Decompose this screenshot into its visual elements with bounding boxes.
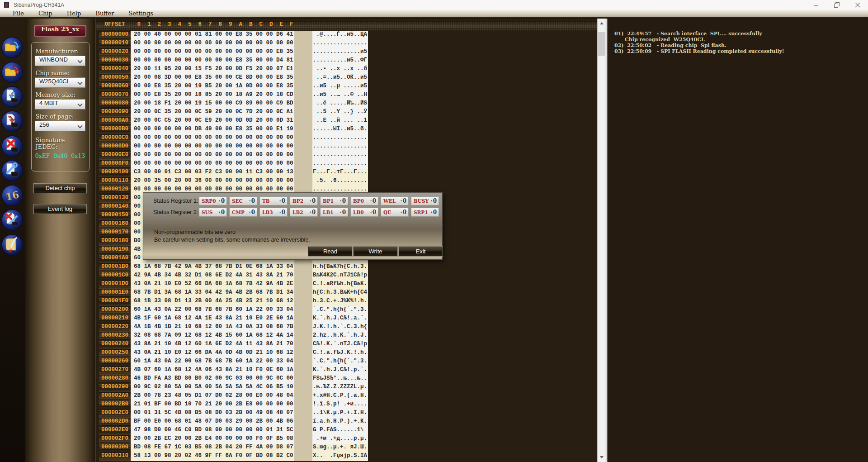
- row-hex-bytes[interactable]: 00 00 E8 35 20 00 18 85 20 00 18 A9 20 0…: [131, 91, 294, 100]
- row-ascii[interactable]: ................: [312, 40, 368, 48]
- row-ascii[interactable]: ..=..и5..ОЌ..и5: [312, 74, 368, 83]
- row-ascii[interactable]: ..ё .....Й‰..ЙЅ: [312, 100, 368, 109]
- detect-chip-button[interactable]: Detect chip: [33, 183, 87, 193]
- row-hex-bytes[interactable]: 20 00 08 3D 00 00 E8 35 00 00 CE 8D 00 0…: [131, 74, 294, 83]
- erase-chip-icon[interactable]: [1, 135, 23, 157]
- row-hex-bytes[interactable]: 20 00 0C C5 20 00 0C E9 20 00 0D 0D 20 0…: [131, 117, 294, 126]
- row-ascii[interactable]: .@....Ѓ..и5..ЦА: [312, 31, 368, 40]
- memory-size-select[interactable]: 4 MBIT: [35, 99, 85, 110]
- row-ascii[interactable]: ..........и5..ФЃ: [312, 57, 368, 66]
- bit-tb[interactable]: TB0: [259, 196, 288, 205]
- bit-lb1[interactable]: LB10: [320, 208, 348, 217]
- row-hex-bytes[interactable]: 00 00 00 00 00 00 00 00 00 00 00 00 00 0…: [131, 134, 294, 143]
- row-hex-bytes[interactable]: 68 1A 68 7B 42 9A 4B 37 68 7B D1 0E 68 1…: [131, 263, 294, 272]
- read-chip-icon[interactable]: [1, 86, 23, 108]
- minimize-button[interactable]: [806, 0, 826, 10]
- row-ascii[interactable]: K.`.h.J.CЉ!.а.`.: [312, 315, 368, 324]
- row-hex-bytes[interactable]: 68 7B D1 3A 68 1A 33 04 42 9A 4B 2B 68 7…: [131, 289, 294, 298]
- bit-lb3[interactable]: LB30: [259, 208, 288, 217]
- bit-cmp[interactable]: CMP0: [229, 208, 257, 217]
- chip-name-select[interactable]: W25Q40CL: [35, 77, 85, 88]
- row-hex-bytes[interactable]: 00 00 00 00 00 00 00 00 00 00 00 00 00 0…: [131, 40, 294, 48]
- menu-item-settings[interactable]: Settings: [121, 10, 160, 17]
- row-ascii[interactable]: G Р.FАЅ......1\: [312, 427, 368, 435]
- row-ascii[interactable]: ..• ..х ..х ..б: [312, 66, 368, 74]
- row-hex-bytes[interactable]: 00 9C 02 80 5A 00 5A 00 5A 5A 5A 5A 4C 0…: [131, 384, 294, 392]
- row-ascii[interactable]: ......ЫI..и5..б.: [312, 126, 368, 134]
- row-hex-bytes[interactable]: C3 00 00 01 C3 00 03 F2 C3 00 00 11 C3 0…: [131, 169, 294, 177]
- row-ascii[interactable]: !.ї.Ѕ.p! .+и....: [312, 401, 368, 410]
- row-ascii[interactable]: BљK4K2С.nТJ1CЉ!p: [312, 272, 368, 281]
- row-ascii[interactable]: C.!.аRfЪh.h{BљK.: [312, 281, 368, 289]
- hex-scrollbar[interactable]: [597, 19, 605, 462]
- row-hex-bytes[interactable]: 2B 00 78 23 48 05 D1 07 D0 02 28 00 E0 0…: [131, 392, 294, 401]
- row-ascii[interactable]: ..5 ..Y ..} ..Ў: [312, 109, 368, 117]
- row-ascii[interactable]: Ѕ.юg..µ.+. яJ.Ш.: [312, 444, 368, 452]
- bit-srp1[interactable]: SRP10: [411, 208, 439, 217]
- row-hex-bytes[interactable]: 43 0A 21 10 E0 12 66 DA 4A 0D 4B 0D 21 1…: [131, 349, 294, 358]
- row-ascii[interactable]: Г...Г..тГ...Г...: [312, 169, 368, 177]
- row-ascii[interactable]: ................: [312, 152, 368, 160]
- row-hex-bytes[interactable]: 20 00 0C 35 20 00 0C 59 20 00 0C 7D 20 0…: [131, 109, 294, 117]
- restore-button[interactable]: [826, 0, 847, 10]
- event-log-button[interactable]: Event log: [33, 204, 87, 214]
- row-hex-bytes[interactable]: 32 08 68 7A 09 12 68 12 4B 15 60 1A 68 1…: [131, 332, 294, 341]
- menu-item-chip[interactable]: Chip: [31, 10, 60, 17]
- row-hex-bytes[interactable]: 20 00 35 00 20 00 36 00 00 00 00 00 00 0…: [131, 177, 294, 186]
- row-hex-bytes[interactable]: 68 1B 33 08 D1 13 2B 00 4A 25 4B 25 21 1…: [131, 298, 294, 306]
- row-ascii[interactable]: ..и5 ..… ..© ..Н: [312, 91, 368, 100]
- row-ascii[interactable]: h.h{BљK7h{С.h.3.: [312, 263, 368, 272]
- row-ascii[interactable]: FЅъЈЅЂ°..њ...њ..: [312, 375, 368, 384]
- row-ascii[interactable]: J.K.!.h.`.C.3.h{: [312, 324, 368, 332]
- row-hex-bytes[interactable]: 20 00 40 00 00 00 01 81 00 00 E8 35 00 0…: [131, 31, 294, 40]
- row-ascii[interactable]: ..Е ..й ... ..1: [312, 117, 368, 126]
- row-hex-bytes[interactable]: 4B 07 60 1A 68 12 4A 06 43 8A 21 10 F0 0…: [131, 367, 294, 375]
- bit-sus[interactable]: SUS0: [199, 208, 227, 217]
- row-ascii[interactable]: X.. .Fџяjр.Ѕ.ІА: [312, 452, 368, 461]
- row-hex-bytes[interactable]: 60 1A 43 0A 22 00 68 7B 68 7B 60 1A 22 0…: [131, 358, 294, 367]
- row-hex-bytes[interactable]: BF 00 E0 00 68 01 48 07 D0 03 29 00 2B 0…: [131, 418, 294, 427]
- close-button[interactable]: [847, 0, 868, 10]
- row-ascii[interactable]: ..и5 ..µ .....и5: [312, 83, 368, 91]
- row-hex-bytes[interactable]: 00 01 31 5C 4B 08 B5 08 D0 03 2B 00 49 0…: [131, 410, 294, 418]
- row-hex-bytes[interactable]: 00 00 00 00 00 00 DB 49 00 00 E8 35 00 0…: [131, 126, 294, 134]
- bit-srp0[interactable]: SRP00: [199, 196, 227, 205]
- row-ascii[interactable]: ................: [312, 160, 368, 169]
- manufacturer-select[interactable]: WINBOND: [35, 56, 85, 66]
- row-ascii[interactable]: `.C.".h{h{`.".3.: [312, 306, 368, 315]
- row-hex-bytes[interactable]: 21 01 BF 00 BD 10 70 21 20 00 2B E8 00 0…: [131, 401, 294, 410]
- bit-bp1[interactable]: BP10: [320, 196, 348, 205]
- row-ascii[interactable]: ї.а.h.H.Р.).+.K.: [312, 418, 368, 427]
- bit-lb2[interactable]: LB20: [290, 208, 318, 217]
- row-hex-bytes[interactable]: 00 00 00 00 00 00 00 00 00 00 E8 35 00 0…: [131, 57, 294, 66]
- scroll-down-icon[interactable]: [598, 453, 605, 461]
- row-ascii[interactable]: ..1\K.µ.Р.+.I.H.: [312, 410, 368, 418]
- row-hex-bytes[interactable]: 43 8A 21 10 4B 12 60 1A 6E D2 4A 11 43 8…: [131, 341, 294, 349]
- edit-script-icon[interactable]: [1, 234, 23, 256]
- read-button[interactable]: Read: [308, 246, 353, 257]
- row-ascii[interactable]: `.C.".h{h{`.".3.: [312, 358, 368, 367]
- menu-item-buffer[interactable]: Buffer: [88, 10, 121, 17]
- row-ascii[interactable]: ..............и5: [312, 48, 368, 57]
- bit-bp2[interactable]: BP20: [290, 196, 318, 205]
- row-ascii[interactable]: ................: [312, 143, 368, 152]
- scroll-thumb[interactable]: [598, 32, 605, 56]
- row-ascii[interactable]: 2.hz..h.K.`.h.J.: [312, 332, 368, 341]
- menu-item-file[interactable]: File: [5, 10, 31, 17]
- row-hex-bytes[interactable]: 20 00 2B EC 20 00 2B E4 00 00 00 00 F0 0…: [131, 435, 294, 444]
- row-hex-bytes[interactable]: 43 0A 21 10 E0 52 66 DA 68 1A 68 7B 42 9…: [131, 281, 294, 289]
- row-hex-bytes[interactable]: 00 00 E8 35 20 00 19 B5 20 00 1A 0D 00 0…: [131, 83, 294, 91]
- save-file-icon[interactable]: [1, 62, 23, 83]
- row-hex-bytes[interactable]: 20 00 11 95 20 00 15 F5 20 00 0D F5 20 0…: [131, 66, 294, 74]
- scroll-up-icon[interactable]: [598, 19, 605, 27]
- row-hex-bytes[interactable]: 00 00 00 00 00 00 00 00 00 00 00 00 00 0…: [131, 48, 294, 57]
- row-ascii[interactable]: ................: [312, 134, 368, 143]
- row-ascii[interactable]: CЉ!.K.`.nТJ.CЉ!p: [312, 341, 368, 349]
- row-hex-bytes[interactable]: 42 9A 4B 34 4B 32 D1 08 6E D2 4A 31 43 8…: [131, 272, 294, 281]
- open-file-icon[interactable]: [1, 37, 23, 58]
- row-hex-bytes[interactable]: 46 BD FA A3 BD 80 B0 02 00 9C 03 00 00 9…: [131, 375, 294, 384]
- row-ascii[interactable]: C.!.а.fЪJ.K.!.h.: [312, 349, 368, 358]
- row-hex-bytes[interactable]: 00 00 00 00 00 00 00 00 00 00 00 00 00 0…: [131, 160, 294, 169]
- flash-25xx-button[interactable]: Flash 25_xx: [34, 25, 86, 37]
- row-hex-bytes[interactable]: 47 98 D0 00 46 C0 BD 08 00 00 00 00 00 0…: [131, 427, 294, 435]
